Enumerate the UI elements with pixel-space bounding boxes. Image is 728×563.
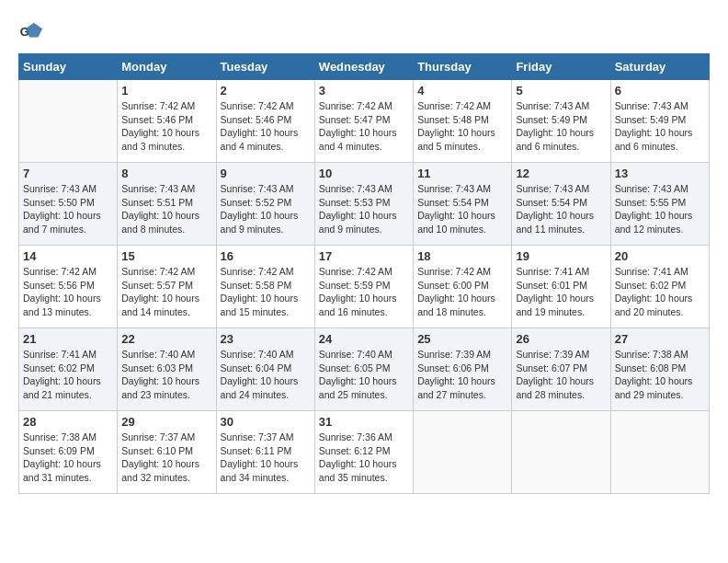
calendar-cell: 25 Sunrise: 7:39 AMSunset: 6:06 PMDaylig… <box>414 328 512 411</box>
calendar-cell: 17 Sunrise: 7:42 AMSunset: 5:59 PMDaylig… <box>314 246 413 328</box>
calendar-week-row: 1 Sunrise: 7:42 AMSunset: 5:46 PMDayligh… <box>19 80 710 163</box>
cell-info: Sunrise: 7:43 AMSunset: 5:50 PMDaylight:… <box>23 182 113 236</box>
cell-info: Sunrise: 7:39 AMSunset: 6:06 PMDaylight:… <box>417 348 507 402</box>
logo: G <box>18 18 48 44</box>
cell-info: Sunrise: 7:38 AMSunset: 6:09 PMDaylight:… <box>23 431 113 485</box>
day-header-thursday: Thursday <box>414 54 512 80</box>
cell-date: 19 <box>516 249 606 263</box>
calendar-week-row: 21 Sunrise: 7:41 AMSunset: 6:02 PMDaylig… <box>19 328 710 411</box>
cell-date: 26 <box>516 332 606 346</box>
cell-info: Sunrise: 7:43 AMSunset: 5:51 PMDaylight:… <box>121 182 211 236</box>
cell-info: Sunrise: 7:43 AMSunset: 5:55 PMDaylight:… <box>615 182 705 236</box>
cell-info: Sunrise: 7:41 AMSunset: 6:02 PMDaylight:… <box>23 348 113 402</box>
calendar-cell: 18 Sunrise: 7:42 AMSunset: 6:00 PMDaylig… <box>414 246 512 328</box>
cell-info: Sunrise: 7:43 AMSunset: 5:54 PMDaylight:… <box>516 182 606 236</box>
cell-info: Sunrise: 7:40 AMSunset: 6:04 PMDaylight:… <box>221 348 311 402</box>
cell-info: Sunrise: 7:42 AMSunset: 5:46 PMDaylight:… <box>121 99 211 154</box>
calendar-cell: 12 Sunrise: 7:43 AMSunset: 5:54 PMDaylig… <box>512 163 610 246</box>
calendar-cell: 9 Sunrise: 7:43 AMSunset: 5:52 PMDayligh… <box>216 163 314 246</box>
cell-info: Sunrise: 7:43 AMSunset: 5:53 PMDaylight:… <box>319 182 409 236</box>
day-header-friday: Friday <box>512 54 610 80</box>
cell-date: 24 <box>319 332 409 346</box>
cell-info: Sunrise: 7:42 AMSunset: 5:48 PMDaylight:… <box>417 99 507 154</box>
calendar-cell: 26 Sunrise: 7:39 AMSunset: 6:07 PMDaylig… <box>512 328 610 411</box>
calendar-cell: 13 Sunrise: 7:43 AMSunset: 5:55 PMDaylig… <box>610 163 709 246</box>
calendar-cell: 7 Sunrise: 7:43 AMSunset: 5:50 PMDayligh… <box>19 163 118 246</box>
cell-info: Sunrise: 7:41 AMSunset: 6:01 PMDaylight:… <box>516 265 606 319</box>
cell-date: 6 <box>615 84 705 98</box>
cell-info: Sunrise: 7:43 AMSunset: 5:54 PMDaylight:… <box>417 182 507 236</box>
page-header: G <box>18 18 710 44</box>
cell-info: Sunrise: 7:40 AMSunset: 6:05 PMDaylight:… <box>319 348 409 402</box>
cell-info: Sunrise: 7:37 AMSunset: 6:11 PMDaylight:… <box>221 431 311 485</box>
cell-info: Sunrise: 7:39 AMSunset: 6:07 PMDaylight:… <box>516 348 606 402</box>
cell-date: 15 <box>121 249 211 263</box>
cell-date: 13 <box>615 167 705 180</box>
calendar-cell: 20 Sunrise: 7:41 AMSunset: 6:02 PMDaylig… <box>610 246 709 328</box>
calendar-cell: 19 Sunrise: 7:41 AMSunset: 6:01 PMDaylig… <box>512 246 610 328</box>
cell-date: 11 <box>417 167 507 180</box>
calendar-cell: 11 Sunrise: 7:43 AMSunset: 5:54 PMDaylig… <box>414 163 512 246</box>
cell-date: 17 <box>319 249 409 263</box>
cell-date: 1 <box>121 84 211 98</box>
cell-date: 21 <box>23 332 113 346</box>
calendar-cell: 21 Sunrise: 7:41 AMSunset: 6:02 PMDaylig… <box>19 328 118 411</box>
calendar-cell: 1 Sunrise: 7:42 AMSunset: 5:46 PMDayligh… <box>118 80 216 163</box>
calendar-cell: 27 Sunrise: 7:38 AMSunset: 6:08 PMDaylig… <box>610 328 709 411</box>
calendar-cell: 31 Sunrise: 7:36 AMSunset: 6:12 PMDaylig… <box>314 411 413 494</box>
calendar-week-row: 28 Sunrise: 7:38 AMSunset: 6:09 PMDaylig… <box>19 411 710 494</box>
cell-info: Sunrise: 7:40 AMSunset: 6:03 PMDaylight:… <box>121 348 211 402</box>
cell-date: 12 <box>516 167 606 180</box>
calendar-cell <box>414 411 512 494</box>
calendar-table: SundayMondayTuesdayWednesdayThursdayFrid… <box>18 53 710 494</box>
cell-date: 5 <box>516 84 606 98</box>
cell-info: Sunrise: 7:42 AMSunset: 5:46 PMDaylight:… <box>221 99 311 154</box>
calendar-cell <box>19 80 118 163</box>
cell-info: Sunrise: 7:42 AMSunset: 5:56 PMDaylight:… <box>23 265 113 319</box>
calendar-week-row: 7 Sunrise: 7:43 AMSunset: 5:50 PMDayligh… <box>19 163 710 246</box>
calendar-cell: 3 Sunrise: 7:42 AMSunset: 5:47 PMDayligh… <box>314 80 413 163</box>
calendar-cell: 29 Sunrise: 7:37 AMSunset: 6:10 PMDaylig… <box>118 411 216 494</box>
cell-info: Sunrise: 7:43 AMSunset: 5:49 PMDaylight:… <box>615 99 705 154</box>
cell-date: 28 <box>23 415 113 429</box>
cell-info: Sunrise: 7:41 AMSunset: 6:02 PMDaylight:… <box>615 265 705 319</box>
cell-date: 4 <box>417 84 507 98</box>
cell-date: 8 <box>121 167 211 180</box>
cell-info: Sunrise: 7:42 AMSunset: 5:47 PMDaylight:… <box>319 99 409 154</box>
calendar-cell: 8 Sunrise: 7:43 AMSunset: 5:51 PMDayligh… <box>118 163 216 246</box>
calendar-cell <box>512 411 610 494</box>
calendar-cell: 10 Sunrise: 7:43 AMSunset: 5:53 PMDaylig… <box>314 163 413 246</box>
cell-date: 9 <box>221 167 311 180</box>
cell-date: 16 <box>221 249 311 263</box>
cell-date: 30 <box>221 415 311 429</box>
cell-date: 22 <box>121 332 211 346</box>
cell-info: Sunrise: 7:42 AMSunset: 5:57 PMDaylight:… <box>121 265 211 319</box>
cell-info: Sunrise: 7:42 AMSunset: 6:00 PMDaylight:… <box>417 265 507 319</box>
calendar-cell: 28 Sunrise: 7:38 AMSunset: 6:09 PMDaylig… <box>19 411 118 494</box>
day-header-saturday: Saturday <box>610 54 709 80</box>
calendar-cell: 2 Sunrise: 7:42 AMSunset: 5:46 PMDayligh… <box>216 80 314 163</box>
cell-date: 29 <box>121 415 211 429</box>
cell-date: 3 <box>319 84 409 98</box>
calendar-cell: 5 Sunrise: 7:43 AMSunset: 5:49 PMDayligh… <box>512 80 610 163</box>
cell-date: 18 <box>417 249 507 263</box>
cell-info: Sunrise: 7:43 AMSunset: 5:49 PMDaylight:… <box>516 99 606 154</box>
day-header-tuesday: Tuesday <box>216 54 314 80</box>
calendar-cell <box>610 411 709 494</box>
calendar-cell: 6 Sunrise: 7:43 AMSunset: 5:49 PMDayligh… <box>610 80 709 163</box>
cell-date: 23 <box>221 332 311 346</box>
calendar-week-row: 14 Sunrise: 7:42 AMSunset: 5:56 PMDaylig… <box>19 246 710 328</box>
cell-info: Sunrise: 7:42 AMSunset: 5:58 PMDaylight:… <box>221 265 311 319</box>
calendar-cell: 15 Sunrise: 7:42 AMSunset: 5:57 PMDaylig… <box>118 246 216 328</box>
cell-date: 14 <box>23 249 113 263</box>
calendar-cell: 14 Sunrise: 7:42 AMSunset: 5:56 PMDaylig… <box>19 246 118 328</box>
cell-date: 20 <box>615 249 705 263</box>
cell-date: 25 <box>417 332 507 346</box>
calendar-cell: 23 Sunrise: 7:40 AMSunset: 6:04 PMDaylig… <box>216 328 314 411</box>
cell-info: Sunrise: 7:36 AMSunset: 6:12 PMDaylight:… <box>319 431 409 485</box>
calendar-header-row: SundayMondayTuesdayWednesdayThursdayFrid… <box>19 54 710 80</box>
day-header-sunday: Sunday <box>19 54 118 80</box>
cell-date: 7 <box>23 167 113 180</box>
calendar-cell: 30 Sunrise: 7:37 AMSunset: 6:11 PMDaylig… <box>216 411 314 494</box>
cell-info: Sunrise: 7:38 AMSunset: 6:08 PMDaylight:… <box>615 348 705 402</box>
